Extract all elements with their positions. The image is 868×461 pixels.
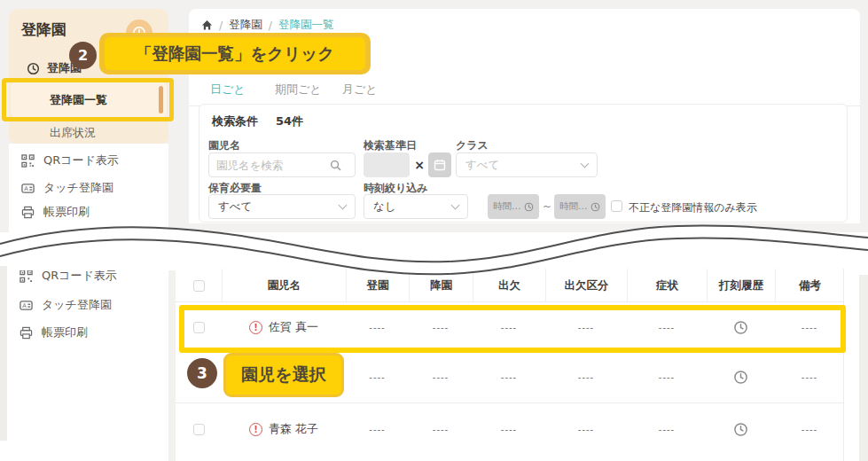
touch-card-icon: A [20, 299, 33, 312]
class-select-value: すべて [465, 158, 499, 173]
arrival-cell: ---- [346, 372, 409, 382]
child-name-label: 園児名 [208, 138, 240, 153]
time-from-placeholder: 時間… [493, 200, 521, 213]
time-filter-select[interactable]: なし [364, 194, 468, 219]
alert-icon: ! [249, 423, 262, 436]
search-icon [330, 160, 341, 171]
table-row[interactable]: ! 青森 花子 ---- ---- ---- ---- ---- ---- [176, 403, 843, 455]
time-from-input: 時間… [488, 194, 539, 219]
sidebar-panel: 登降園 登降園 登降園一覧 出席状況 [9, 9, 168, 144]
touch-card-icon: A [21, 182, 35, 195]
printer-icon [20, 326, 33, 340]
time-to-input: 時間… [554, 194, 606, 219]
search-summary: 検索条件 54件 [212, 113, 303, 129]
sidebar-item-qr-code[interactable]: QRコード表示 [21, 149, 119, 172]
sidebar-item-label: 帳票印刷 [42, 324, 88, 340]
tutorial-callout-step2: 「登降園一覧」をクリック [99, 33, 371, 74]
attendance-cell: ---- [473, 425, 545, 434]
tutorial-step-badge-2: 2 [69, 42, 97, 69]
symptom-cell: ---- [627, 372, 707, 382]
tab-monthly[interactable]: 月ごと [342, 82, 378, 98]
class-select[interactable]: すべて [456, 152, 598, 177]
tutorial-highlight-table-row [179, 305, 846, 353]
search-result-count: 54件 [276, 113, 303, 129]
sidebar-item-attendance-status[interactable]: 出席状況 [50, 125, 96, 141]
clock-icon [524, 202, 534, 212]
sidebar-item-print[interactable]: 帳票印刷 [20, 321, 88, 344]
category-cell: ---- [545, 372, 627, 382]
care-amount-select[interactable]: すべて [208, 194, 356, 219]
window-edge-strip [0, 266, 7, 441]
attendance-cell: ---- [473, 372, 545, 382]
page-edge-strip [859, 275, 868, 461]
tutorial-step-badge-3: 3 [187, 358, 217, 388]
note-cell: ---- [775, 372, 844, 382]
calendar-icon [434, 159, 446, 171]
search-summary-label: 検索条件 [212, 113, 258, 129]
chevron-down-icon [451, 201, 460, 210]
tutorial-callout-step3: 園児を選択 [223, 353, 344, 397]
departure-cell: ---- [409, 372, 473, 382]
note-cell: ---- [775, 425, 844, 434]
arrival-cell: ---- [346, 425, 409, 434]
svg-text:A: A [22, 301, 27, 309]
sidebar-panel-bottom: QRコード表示 A タッチ登降園 帳票印刷 [7, 270, 168, 441]
sidebar-item-touch[interactable]: A タッチ登降園 [20, 293, 112, 316]
qr-code-icon [21, 154, 35, 168]
departure-cell: ---- [409, 425, 473, 434]
class-label: クラス [456, 138, 489, 153]
tutorial-highlight-sidebar-item [2, 78, 174, 121]
base-date-input[interactable] [364, 152, 410, 177]
breadcrumb-separator: / [219, 19, 223, 32]
search-input[interactable] [216, 159, 330, 172]
sidebar-panel-lower: QRコード表示 A タッチ登降園 帳票印刷 [9, 144, 168, 232]
invalid-only-checkbox[interactable] [611, 200, 622, 212]
tab-period[interactable]: 期間ごと [275, 82, 322, 98]
calendar-button[interactable] [428, 152, 451, 177]
base-date-label: 検索基準日 [364, 138, 417, 153]
breadcrumb-separator: / [269, 19, 272, 32]
child-name[interactable]: 青森 花子 [269, 421, 318, 437]
time-to-placeholder: 時間… [559, 200, 588, 213]
care-amount-value: すべて [218, 199, 252, 215]
clock-icon [27, 62, 40, 75]
tutorial-callout-text: 「登降園一覧」をクリック [105, 37, 365, 70]
tab-bar: 日ごと 期間ごと 月ごと [189, 73, 860, 106]
breadcrumb-level1[interactable]: 登降園 [229, 18, 262, 33]
history-cell[interactable] [707, 370, 775, 385]
time-range-separator: ~ [542, 194, 552, 219]
sidebar-item-label: QRコード表示 [43, 152, 119, 168]
history-clock-icon [733, 370, 748, 385]
breadcrumb: / 登降園 / 登降園一覧 [201, 18, 333, 33]
history-cell[interactable] [707, 422, 775, 437]
screen: 登降園 登降園 登降園一覧 出席状況 QRコード表示 A タッチ登降園 帳票印刷 [0, 0, 868, 461]
time-filter-value: なし [373, 199, 396, 215]
printer-icon [21, 206, 35, 219]
invalid-only-label: 不正な登降園情報のみ表示 [629, 200, 757, 215]
sidebar-item-label: タッチ登降園 [43, 180, 113, 196]
child-name-search-input[interactable] [208, 152, 356, 177]
search-filter-panel: 検索条件 54件 園児名 検索基準日 クラス × すべて 保育必要量 時刻絞り込… [199, 104, 848, 223]
tab-daily[interactable]: 日ごと [210, 82, 246, 98]
chevron-down-icon [581, 160, 590, 168]
sidebar-item-label: 帳票印刷 [43, 204, 90, 220]
home-icon [201, 20, 213, 31]
sidebar-item-touch[interactable]: A タッチ登降園 [21, 176, 113, 199]
clear-date-button[interactable]: × [412, 152, 426, 177]
chevron-down-icon [339, 201, 348, 210]
svg-text:A: A [24, 184, 28, 191]
sidebar-item-label: タッチ登降園 [42, 297, 112, 313]
torn-page-divider [0, 220, 868, 282]
history-clock-icon [733, 422, 748, 437]
category-cell: ---- [545, 425, 627, 434]
row-checkbox[interactable] [193, 424, 205, 435]
breadcrumb-current[interactable]: 登降園一覧 [278, 18, 334, 33]
sidebar-title: 登降園 [21, 20, 66, 40]
symptom-cell: ---- [627, 425, 707, 434]
clock-icon [590, 202, 600, 212]
sidebar-gap-strip [168, 270, 176, 461]
